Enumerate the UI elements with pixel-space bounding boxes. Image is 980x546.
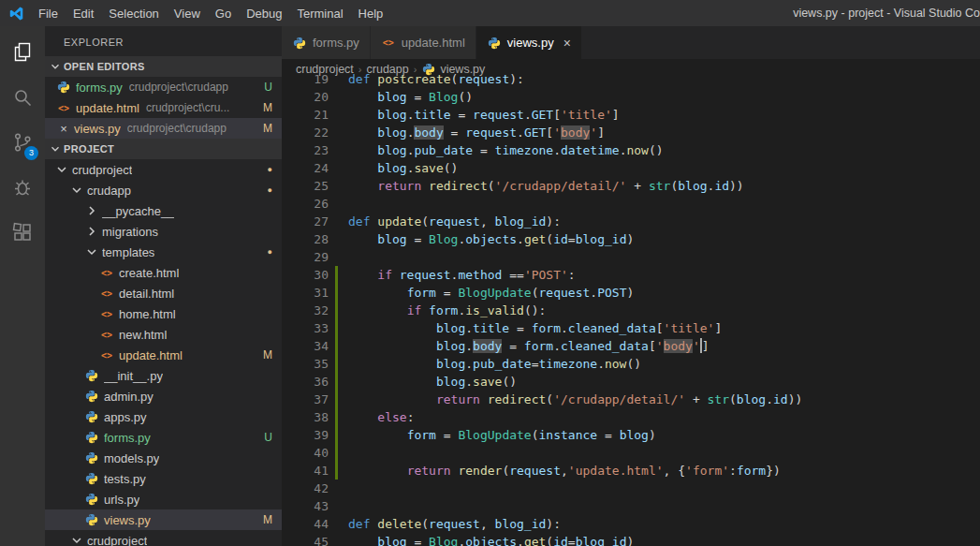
line-number[interactable]: 19 bbox=[282, 70, 329, 88]
code-line-37[interactable]: 37 return redirect('/crudapp/detail/' + … bbox=[282, 391, 980, 408]
line-number[interactable]: 37 bbox=[282, 391, 329, 408]
open-editor-update-html[interactable]: <>update.htmlcrudproject\cru...M bbox=[45, 97, 282, 118]
code-line-26[interactable]: 26 bbox=[282, 195, 980, 213]
line-number[interactable]: 32 bbox=[282, 302, 329, 319]
code-line-32[interactable]: 32 if form.is_valid(): bbox=[282, 302, 980, 319]
line-number[interactable]: 29 bbox=[282, 248, 329, 266]
tree-file-views-py[interactable]: views.pyM bbox=[45, 509, 282, 530]
tree-file-__init__-py[interactable]: __init__.py bbox=[45, 365, 282, 386]
line-number[interactable]: 33 bbox=[282, 319, 329, 337]
line-number[interactable]: 43 bbox=[282, 497, 329, 515]
extensions-icon[interactable] bbox=[0, 210, 45, 255]
code-area[interactable]: 19def postcreate(request):20 blog = Blog… bbox=[282, 70, 980, 546]
line-number[interactable]: 28 bbox=[282, 230, 329, 248]
open-editors-header[interactable]: OPEN EDITORS bbox=[45, 56, 282, 77]
tree-folder-__pycache__[interactable]: __pycache__ bbox=[45, 200, 282, 221]
line-number[interactable]: 38 bbox=[282, 408, 329, 426]
code-line-25[interactable]: 25 return redirect('/crudapp/detail/' + … bbox=[282, 177, 980, 195]
line-number[interactable]: 45 bbox=[282, 533, 329, 546]
code-line-28[interactable]: 28 blog = Blog.objects.get(id=blog_id) bbox=[282, 230, 980, 248]
tree-file-new-html[interactable]: <>new.html bbox=[45, 324, 282, 345]
code-text: if request.method =='POST': bbox=[338, 266, 576, 284]
line-number[interactable]: 41 bbox=[282, 462, 329, 480]
menu-debug[interactable]: Debug bbox=[239, 0, 289, 26]
code-line-40[interactable]: 40 bbox=[282, 444, 980, 462]
menu-terminal[interactable]: Terminal bbox=[289, 0, 350, 26]
code-line-31[interactable]: 31 form = BlogUpdate(request.POST) bbox=[282, 284, 980, 302]
tree-file-tests-py[interactable]: tests.py bbox=[45, 468, 282, 489]
code-line-36[interactable]: 36 blog.save() bbox=[282, 373, 980, 391]
explorer-icon[interactable] bbox=[0, 30, 45, 75]
line-number[interactable]: 31 bbox=[282, 284, 329, 302]
code-line-38[interactable]: 38 else: bbox=[282, 408, 980, 426]
code-line-44[interactable]: 44def delete(request, blog_id): bbox=[282, 515, 980, 533]
code-line-43[interactable]: 43 bbox=[282, 497, 980, 515]
tree-file-urls-py[interactable]: urls.py bbox=[45, 489, 282, 509]
code-line-41[interactable]: 41 return render(request,'update.html', … bbox=[282, 462, 980, 480]
tree-folder-crudapp[interactable]: crudapp● bbox=[45, 180, 282, 200]
tree-file-forms-py[interactable]: forms.pyU bbox=[45, 427, 282, 448]
code-line-24[interactable]: 24 blog.save() bbox=[282, 159, 980, 177]
line-number[interactable]: 26 bbox=[282, 195, 329, 213]
tree-folder-crudproject[interactable]: crudproject bbox=[45, 530, 282, 546]
line-number[interactable]: 21 bbox=[282, 106, 329, 124]
tree-file-update-html[interactable]: <>update.htmlM bbox=[45, 345, 282, 365]
menu-help[interactable]: Help bbox=[351, 0, 391, 26]
code-text: return render(request,'update.html', {'f… bbox=[338, 462, 781, 480]
menu-edit[interactable]: Edit bbox=[66, 0, 101, 26]
line-number[interactable]: 23 bbox=[282, 141, 329, 159]
code-line-27[interactable]: 27def update(request, blog_id): bbox=[282, 213, 980, 230]
open-editor-views-py[interactable]: ×views.pycrudproject\crudappM bbox=[45, 118, 282, 139]
code-line-35[interactable]: 35 blog.pub_date=timezone.now() bbox=[282, 355, 980, 373]
menu-selection[interactable]: Selection bbox=[101, 0, 166, 26]
line-number[interactable]: 40 bbox=[282, 444, 329, 462]
code-line-42[interactable]: 42 bbox=[282, 480, 980, 497]
code-line-33[interactable]: 33 blog.title = form.cleaned_data['title… bbox=[282, 319, 980, 337]
open-editor-forms-py[interactable]: forms.pycrudproject\crudappU bbox=[45, 77, 282, 97]
line-number[interactable]: 34 bbox=[282, 337, 329, 355]
code-line-19[interactable]: 19def postcreate(request): bbox=[282, 70, 980, 88]
line-number[interactable]: 36 bbox=[282, 373, 329, 391]
line-number[interactable]: 39 bbox=[282, 426, 329, 444]
tree-file-apps-py[interactable]: apps.py bbox=[45, 406, 282, 427]
code-line-29[interactable]: 29 bbox=[282, 248, 980, 266]
line-number[interactable]: 25 bbox=[282, 177, 329, 195]
code-line-20[interactable]: 20 blog = Blog() bbox=[282, 88, 980, 106]
menu-go[interactable]: Go bbox=[208, 0, 239, 26]
debug-icon[interactable] bbox=[0, 165, 45, 210]
line-number[interactable]: 22 bbox=[282, 124, 329, 141]
line-number[interactable]: 20 bbox=[282, 88, 329, 106]
line-number[interactable]: 44 bbox=[282, 515, 329, 533]
line-number[interactable]: 27 bbox=[282, 213, 329, 230]
code-line-34[interactable]: 34 blog.body = form.cleaned_data['body'] bbox=[282, 337, 980, 355]
line-number[interactable]: 35 bbox=[282, 355, 329, 373]
source-control-icon[interactable]: 3 bbox=[0, 120, 45, 165]
code-line-21[interactable]: 21 blog.title = request.GET['title'] bbox=[282, 106, 980, 124]
code-line-30[interactable]: 30 if request.method =='POST': bbox=[282, 266, 980, 284]
line-number[interactable]: 42 bbox=[282, 480, 329, 497]
tree-file-models-py[interactable]: models.py bbox=[45, 448, 282, 468]
tab-update-html[interactable]: <>update.html bbox=[371, 26, 476, 59]
close-icon[interactable]: × bbox=[563, 37, 571, 50]
line-number[interactable]: 24 bbox=[282, 159, 329, 177]
search-icon[interactable] bbox=[0, 75, 45, 120]
close-icon[interactable]: × bbox=[56, 122, 71, 136]
tree-folder-templates[interactable]: templates● bbox=[45, 242, 282, 262]
tree-folder-migrations[interactable]: migrations bbox=[45, 221, 282, 242]
tab-views-py[interactable]: views.py× bbox=[476, 26, 582, 59]
menu-file[interactable]: File bbox=[31, 0, 66, 26]
tree-file-detail-html[interactable]: <>detail.html bbox=[45, 283, 282, 303]
tab-forms-py[interactable]: forms.py bbox=[282, 26, 371, 59]
menu-view[interactable]: View bbox=[167, 0, 208, 26]
tree-file-home-html[interactable]: <>home.html bbox=[45, 303, 282, 324]
activity-bar: 3 bbox=[0, 26, 45, 546]
code-line-39[interactable]: 39 form = BlogUpdate(instance = blog) bbox=[282, 426, 980, 444]
tree-folder-crudproject[interactable]: crudproject● bbox=[45, 159, 282, 180]
tree-file-admin-py[interactable]: admin.py bbox=[45, 386, 282, 406]
project-section-header[interactable]: PROJECT bbox=[45, 139, 282, 159]
code-line-23[interactable]: 23 blog.pub_date = timezone.datetime.now… bbox=[282, 141, 980, 159]
tree-file-create-html[interactable]: <>create.html bbox=[45, 262, 282, 283]
code-line-22[interactable]: 22 blog.body = request.GET['body'] bbox=[282, 124, 980, 141]
line-number[interactable]: 30 bbox=[282, 266, 329, 284]
code-line-45[interactable]: 45 blog = Blog.objects.get(id=blog_id) bbox=[282, 533, 980, 546]
